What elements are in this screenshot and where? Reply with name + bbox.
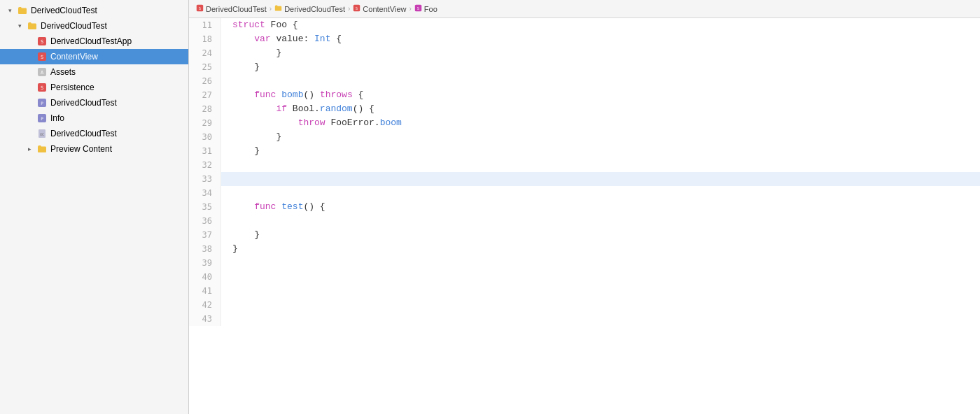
code-line-content: } (221, 144, 980, 158)
sidebar-item-label: Preview Content (50, 144, 183, 154)
line-number: 28 (189, 102, 221, 116)
code-row: 24 } (189, 46, 980, 60)
breadcrumb-item-bc-3[interactable]: SContentView (353, 4, 406, 13)
code-row: 36 (189, 214, 980, 228)
code-row: 42 (189, 298, 980, 312)
code-row: 37 } (189, 228, 980, 242)
sidebar-item-content-view[interactable]: SContentView (0, 49, 188, 64)
code-row: 40 (189, 270, 980, 284)
code-row: 31 } (189, 144, 980, 158)
breadcrumb-separator: › (410, 5, 412, 13)
code-line-content (221, 186, 980, 200)
code-row: 27 func bomb() throws { (189, 88, 980, 102)
code-row: 33 (189, 172, 980, 186)
sidebar-item-derived-cloud-test[interactable]: DerivedCloudTest (0, 18, 188, 34)
svg-text:S: S (41, 55, 43, 60)
code-line-content: throw FooError.boom (221, 116, 980, 130)
line-number: 32 (189, 158, 221, 172)
sidebar-item-label: Info (50, 113, 183, 123)
breadcrumb-label: DerivedCloudTest (206, 5, 267, 13)
code-line-content: } (221, 46, 980, 60)
svg-text:P: P (41, 101, 43, 106)
code-line-content (221, 172, 980, 186)
svg-text:S: S (41, 85, 43, 91)
sidebar-item-persistence[interactable]: SPersistence (0, 80, 188, 95)
sidebar-item-derived-cloud-test-3[interactable]: XCDerivedCloudTest (0, 126, 188, 141)
folder-icon (274, 4, 282, 13)
code-line-content: } (221, 130, 980, 144)
line-number: 18 (189, 32, 221, 46)
code-line-content: struct Foo { (221, 18, 980, 32)
plist-icon: P (36, 113, 48, 124)
swift-icon: S (353, 4, 360, 13)
code-line-content: } (221, 60, 980, 74)
breadcrumb-item-bc-1[interactable]: SDerivedCloudTest (196, 4, 267, 13)
code-line-content (221, 256, 980, 270)
line-number: 37 (189, 228, 221, 242)
swift-icon: S (196, 4, 204, 13)
sidebar-item-label: DerivedCloudTest (31, 6, 183, 15)
chevron-icon (6, 6, 14, 15)
plist-icon: P (36, 97, 48, 108)
code-row: 32 (189, 158, 980, 172)
breadcrumb-label: DerivedCloudTest (284, 5, 345, 13)
code-line-content (221, 74, 980, 88)
code-line-content (221, 312, 980, 326)
sidebar-item-assets[interactable]: AAssets (0, 64, 188, 80)
code-row: 11struct Foo { (189, 18, 980, 32)
code-row: 26 (189, 74, 980, 88)
breadcrumb-item-bc-2[interactable]: DerivedCloudTest (274, 4, 345, 13)
line-number: 41 (189, 284, 221, 298)
sidebar-item-root-group[interactable]: DerivedCloudTest (0, 3, 188, 18)
code-line-content: var value: Int { (221, 32, 980, 46)
swift-icon: S (36, 51, 48, 62)
line-number: 30 (189, 130, 221, 144)
code-line-content (221, 214, 980, 228)
line-number: 11 (189, 18, 221, 32)
sidebar-item-label: DerivedCloudTest (50, 129, 183, 138)
code-row: 28 if Bool.random() { (189, 102, 980, 116)
line-number: 36 (189, 214, 221, 228)
line-number: 26 (189, 74, 221, 88)
breadcrumb-label: Foo (424, 5, 438, 13)
sidebar-item-info[interactable]: PInfo (0, 110, 188, 126)
code-line-content: func test() { (221, 200, 980, 214)
code-row: 43 (189, 312, 980, 326)
line-number: 35 (189, 200, 221, 214)
code-line-content (221, 298, 980, 312)
line-number: 29 (189, 116, 221, 130)
code-row: 25 } (189, 60, 980, 74)
asset-icon: A (36, 66, 48, 78)
sidebar-item-label: Assets (50, 67, 183, 77)
code-row: 18 var value: Int { (189, 32, 980, 46)
line-number: 27 (189, 88, 221, 102)
line-number: 40 (189, 270, 221, 284)
sidebar-item-derived-cloud-test-2[interactable]: PDerivedCloudTest (0, 95, 188, 110)
folder-icon (27, 20, 38, 31)
svg-text:S: S (356, 6, 358, 10)
breadcrumb-label: ContentView (363, 5, 406, 13)
code-row: 29 throw FooError.boom (189, 116, 980, 130)
sidebar-item-preview-content[interactable]: Preview Content (0, 141, 188, 157)
code-line-content: } (221, 242, 980, 256)
line-number: 43 (189, 312, 221, 326)
code-line-content: } (221, 228, 980, 242)
folder-icon (36, 143, 48, 155)
svg-text:P: P (41, 116, 43, 121)
line-number: 33 (189, 172, 221, 186)
breadcrumb-item-bc-4[interactable]: SFoo (414, 4, 438, 13)
chevron-icon (15, 22, 24, 30)
line-number: 31 (189, 144, 221, 158)
sidebar-item-derived-cloud-test-app[interactable]: SDerivedCloudTestApp (0, 34, 188, 49)
svg-text:XC: XC (40, 132, 44, 136)
code-line-content (221, 284, 980, 298)
line-number: 38 (189, 242, 221, 256)
sidebar-item-label: Persistence (50, 83, 183, 92)
code-row: 38} (189, 242, 980, 256)
sidebar: DerivedCloudTestDerivedCloudTest SDerive… (0, 0, 189, 414)
code-row: 39 (189, 256, 980, 270)
code-area[interactable]: 11struct Foo {18 var value: Int {24 }25 … (189, 18, 980, 414)
file-icon: XC (36, 128, 48, 139)
code-line-content: if Bool.random() { (221, 102, 980, 116)
code-line-content: func bomb() throws { (221, 88, 980, 102)
